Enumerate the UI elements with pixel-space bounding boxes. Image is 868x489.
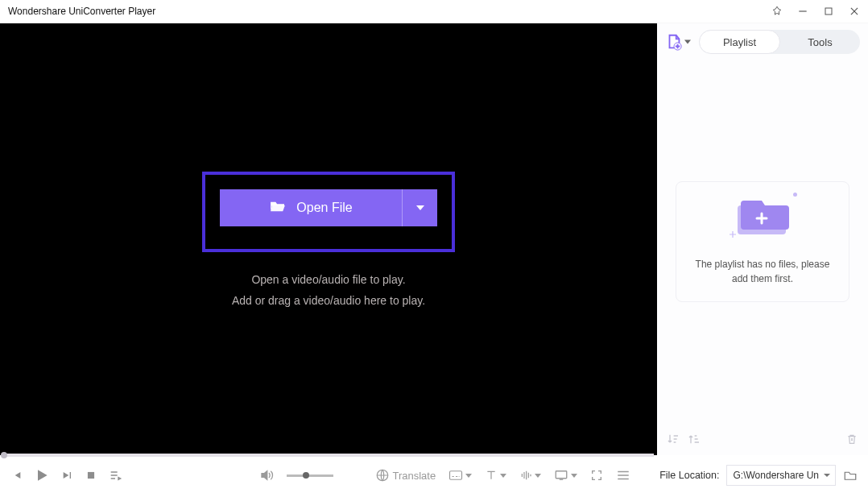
fullscreen-icon[interactable] bbox=[590, 469, 603, 482]
folder-open-icon bbox=[269, 200, 287, 216]
tab-tools[interactable]: Tools bbox=[780, 30, 860, 54]
playlist-empty-text: The playlist has no files, please add th… bbox=[688, 257, 837, 286]
open-folder-icon[interactable] bbox=[842, 467, 858, 483]
svg-rect-1 bbox=[825, 8, 832, 15]
delete-icon[interactable] bbox=[845, 433, 858, 445]
sidebar: Playlist Tools The playlist has no files… bbox=[657, 23, 868, 455]
progress-bar[interactable] bbox=[0, 452, 657, 458]
window-controls bbox=[770, 4, 862, 19]
file-location-select[interactable]: G:\Wondershare Un bbox=[726, 465, 837, 486]
open-file-dropdown[interactable] bbox=[402, 189, 437, 226]
audio-menu[interactable] bbox=[519, 469, 541, 482]
maximize-icon[interactable] bbox=[821, 4, 836, 19]
open-hint-2: Add or drag a video/audio here to play. bbox=[232, 294, 425, 307]
stop-button[interactable] bbox=[85, 470, 97, 481]
file-location-label: File Location: bbox=[659, 470, 719, 481]
minimize-icon[interactable] bbox=[796, 4, 810, 19]
open-file-button[interactable]: Open File bbox=[220, 189, 402, 226]
tab-playlist[interactable]: Playlist bbox=[699, 30, 780, 54]
translate-label: Translate bbox=[392, 470, 436, 482]
video-area[interactable]: Open File Open a video/audio file to pla… bbox=[0, 23, 657, 455]
play-button[interactable] bbox=[34, 467, 50, 483]
sort-desc-icon[interactable] bbox=[667, 433, 680, 445]
display-menu[interactable] bbox=[554, 470, 577, 481]
playlist-empty-card: The playlist has no files, please add th… bbox=[676, 181, 849, 302]
volume-icon[interactable] bbox=[259, 468, 274, 483]
text-menu[interactable] bbox=[485, 469, 506, 482]
svg-rect-5 bbox=[88, 472, 94, 479]
chevron-down-icon bbox=[684, 39, 691, 44]
translate-button[interactable]: Translate bbox=[375, 468, 436, 483]
open-hint-1: Open a video/audio file to play. bbox=[251, 273, 405, 286]
folder-plus-icon bbox=[736, 197, 789, 241]
add-file-icon[interactable] bbox=[665, 33, 691, 51]
open-file-label: Open File bbox=[296, 201, 352, 215]
subtitle-menu[interactable] bbox=[448, 470, 472, 481]
window-title: Wondershare UniConverter Player bbox=[8, 6, 155, 17]
pin-icon[interactable] bbox=[770, 4, 784, 19]
file-location-value: G:\Wondershare Un bbox=[734, 470, 820, 481]
titlebar: Wondershare UniConverter Player bbox=[0, 0, 868, 23]
volume-slider[interactable] bbox=[287, 474, 333, 477]
prev-button[interactable] bbox=[10, 469, 23, 482]
menu-icon[interactable] bbox=[616, 470, 630, 481]
progress-thumb[interactable] bbox=[1, 452, 7, 458]
playlist-toggle-icon[interactable] bbox=[108, 469, 122, 482]
close-icon[interactable] bbox=[847, 4, 862, 19]
bottombar: Translate File Location: G:\Wondershare … bbox=[0, 458, 868, 489]
svg-rect-8 bbox=[556, 471, 567, 479]
sort-asc-icon[interactable] bbox=[688, 433, 701, 445]
open-file-highlight: Open File bbox=[202, 172, 455, 252]
svg-rect-7 bbox=[450, 471, 462, 480]
side-tabs: Playlist Tools bbox=[699, 30, 860, 54]
next-button[interactable] bbox=[61, 469, 74, 482]
